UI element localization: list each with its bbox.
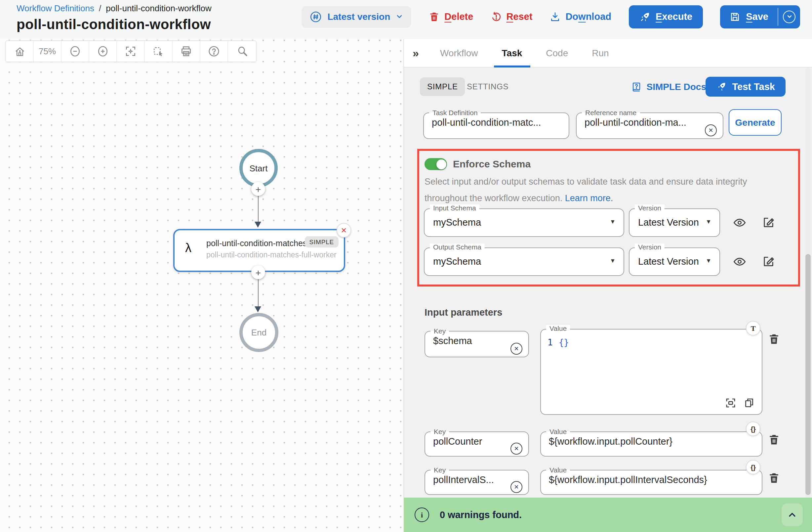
- edge-arrowhead: [255, 306, 261, 312]
- tab-task[interactable]: Task: [490, 39, 534, 67]
- test-task-button[interactable]: Test Task: [706, 77, 786, 97]
- value-label: Value: [546, 325, 570, 332]
- home-button[interactable]: [6, 41, 34, 61]
- braces-badge[interactable]: {}: [746, 460, 760, 474]
- param-value-input[interactable]: [549, 474, 743, 485]
- panel-tabs: » Workflow Task Code Run: [404, 39, 812, 68]
- canvas-toolbar: 75%: [5, 40, 257, 62]
- editor-value: {}: [559, 337, 569, 347]
- save-button[interactable]: Save: [720, 5, 778, 28]
- zoom-out-button[interactable]: [61, 41, 89, 61]
- edge-arrowhead: [255, 222, 261, 228]
- search-button[interactable]: [228, 41, 256, 61]
- param-value-input[interactable]: [549, 436, 743, 446]
- output-schema-version-select[interactable]: Version Latest Version ▼: [629, 248, 720, 276]
- download-button[interactable]: Download: [550, 11, 611, 22]
- editor-line: 1 {}: [548, 337, 569, 347]
- reset-label: Reset: [506, 11, 532, 22]
- delete-param-button[interactable]: [768, 472, 780, 484]
- execute-button[interactable]: Execute: [628, 5, 703, 28]
- input-schema-value: mySchema: [433, 217, 481, 228]
- delete-param-button[interactable]: [768, 333, 780, 346]
- tab-code[interactable]: Code: [534, 39, 580, 67]
- enforce-schema-toggle[interactable]: [424, 158, 447, 170]
- reset-icon: [490, 11, 502, 22]
- toggle-knob: [436, 159, 446, 169]
- output-schema-select[interactable]: Output Schema mySchema ▼: [424, 248, 624, 276]
- clear-key-icon[interactable]: ✕: [510, 442, 522, 454]
- edit-output-schema-button[interactable]: [762, 254, 775, 268]
- add-task-button-after-task[interactable]: +: [251, 265, 265, 279]
- zoom-in-button[interactable]: [89, 41, 117, 61]
- copy-icon[interactable]: [743, 397, 755, 409]
- text-format-toggle[interactable]: T: [746, 321, 760, 335]
- clear-key-icon[interactable]: ✕: [510, 342, 522, 354]
- output-schema-value: mySchema: [433, 256, 481, 267]
- edge-start-to-task: [258, 196, 259, 224]
- task-definition-input[interactable]: [432, 117, 550, 127]
- save-options-button[interactable]: [778, 5, 800, 28]
- collapse-status-bar-button[interactable]: [782, 504, 803, 526]
- save-icon: [729, 11, 741, 22]
- fit-view-button[interactable]: [117, 41, 145, 61]
- param-key-input[interactable]: [433, 474, 505, 485]
- line-number: 1: [548, 337, 553, 347]
- param-key-input[interactable]: [433, 436, 505, 446]
- add-task-button-after-start[interactable]: +: [251, 182, 265, 196]
- input-schema-version-select[interactable]: Version Latest Version ▼: [629, 208, 720, 237]
- simple-docs-label: SIMPLE Docs: [647, 81, 707, 92]
- enforce-schema-title: Enforce Schema: [453, 158, 531, 169]
- param-value-field: Value: [540, 466, 763, 495]
- param-key-field: Key ✕: [424, 428, 529, 457]
- simple-docs-link[interactable]: SIMPLE Docs: [631, 78, 707, 96]
- version-hash-icon: [309, 10, 322, 23]
- task-definition-label: Task Definition: [429, 109, 481, 116]
- warnings-status-bar: i 0 warnings found.: [404, 498, 812, 532]
- input-version-label: Version: [635, 205, 665, 211]
- tab-run[interactable]: Run: [580, 39, 621, 67]
- braces-badge[interactable]: {}: [746, 421, 760, 436]
- search-icon: [236, 45, 248, 58]
- end-node[interactable]: End: [240, 313, 278, 352]
- chevron-down-icon: [395, 13, 403, 20]
- edit-input-schema-button[interactable]: [762, 215, 775, 229]
- close-icon: ✕: [341, 226, 347, 235]
- delete-param-button[interactable]: [768, 433, 780, 446]
- workflow-canvas[interactable]: 75%: [0, 39, 404, 532]
- param-value-editor[interactable]: Value 1 {}: [540, 329, 763, 415]
- tab-workflow[interactable]: Workflow: [428, 39, 490, 67]
- remove-task-button[interactable]: ✕: [336, 223, 351, 238]
- panel-scrollbar: [806, 68, 811, 498]
- breadcrumb-workflow-definitions[interactable]: Workflow Definitions: [16, 3, 94, 13]
- panel-content: SIMPLE SETTINGS SIMPLE Docs Test Task: [404, 68, 812, 498]
- start-node[interactable]: Start: [240, 149, 278, 187]
- help-button[interactable]: [200, 41, 228, 61]
- reference-name-input[interactable]: [584, 117, 696, 127]
- clear-key-icon[interactable]: ✕: [510, 481, 522, 493]
- zoom-level-button[interactable]: 75%: [34, 41, 61, 61]
- collapse-panel-icon[interactable]: »: [412, 47, 419, 58]
- select-mode-button[interactable]: [145, 41, 173, 61]
- eye-icon: [733, 216, 746, 229]
- param-value-field: Value: [540, 428, 763, 457]
- generate-button[interactable]: Generate: [729, 109, 782, 136]
- view-output-schema-button[interactable]: [733, 255, 746, 269]
- version-selector[interactable]: Latest version: [302, 5, 411, 27]
- view-input-schema-button[interactable]: [733, 216, 746, 229]
- expand-editor-icon[interactable]: [725, 397, 737, 409]
- start-node-label: Start: [250, 163, 268, 173]
- input-schema-select[interactable]: Input Schema mySchema ▼: [424, 208, 624, 237]
- breadcrumb-current: poll-until-condition-workflow: [106, 3, 211, 13]
- param-key-input[interactable]: [433, 335, 505, 346]
- print-button[interactable]: [173, 41, 200, 61]
- learn-more-link[interactable]: Learn more.: [565, 193, 613, 203]
- subtab-settings[interactable]: SETTINGS: [467, 78, 508, 96]
- zoom-out-icon: [69, 45, 81, 58]
- reset-button[interactable]: Reset: [490, 11, 532, 22]
- scrollbar-thumb[interactable]: [806, 254, 811, 495]
- delete-button[interactable]: Delete: [429, 11, 473, 22]
- clear-reference-icon[interactable]: ✕: [705, 124, 717, 136]
- subtab-simple[interactable]: SIMPLE: [420, 78, 465, 96]
- key-label: Key: [431, 428, 449, 435]
- fit-view-icon: [124, 45, 137, 58]
